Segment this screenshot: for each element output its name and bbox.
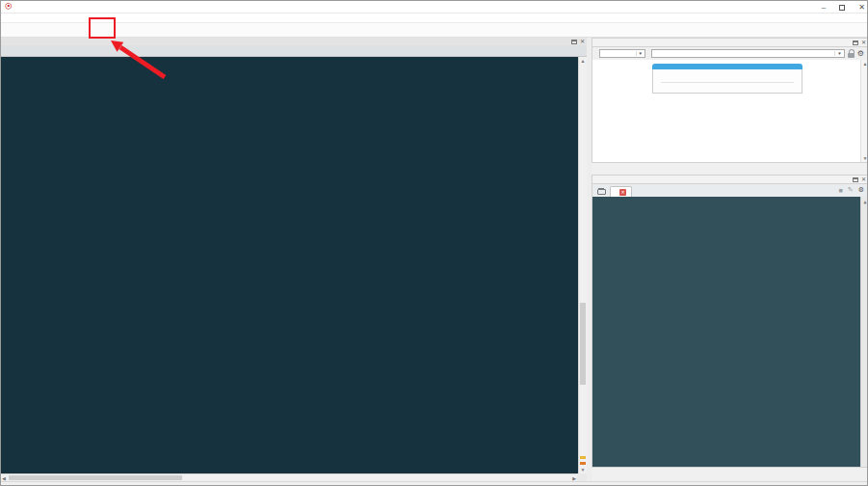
scroll-down-icon[interactable]: ▼ xyxy=(579,467,587,472)
editor-pane: ✕ ▲ ▼ ◀ ▶ xyxy=(1,38,587,481)
divider xyxy=(661,82,794,83)
spyder-logo-icon: ⦿ xyxy=(5,3,13,11)
spyder-window: ⦿ – ✕ ✕ ▲ ▼ ◀ ▶ xyxy=(0,0,868,486)
toolbar xyxy=(1,23,868,38)
minimize-button[interactable]: – xyxy=(822,4,826,12)
editor-path-bar: ✕ xyxy=(1,38,587,45)
close-pane-icon[interactable]: ✕ xyxy=(580,39,585,44)
help-content: ▲ ▼ xyxy=(592,60,868,163)
browse-tabs-icon[interactable] xyxy=(595,187,607,197)
undock-icon[interactable] xyxy=(853,177,858,182)
console-scrollbar[interactable]: ▲ xyxy=(860,197,868,467)
scroll-up-icon[interactable]: ▲ xyxy=(861,198,868,207)
code-editor[interactable] xyxy=(1,57,587,473)
edit-icon[interactable]: ✎ xyxy=(848,186,854,194)
object-input[interactable]: ▼ xyxy=(651,49,845,58)
usage-card xyxy=(652,64,802,94)
explorer-tab-bar xyxy=(592,163,868,175)
console-output[interactable]: ▲ xyxy=(592,197,868,468)
lock-icon[interactable] xyxy=(848,53,855,58)
console-pane-title: ✕ xyxy=(592,175,868,184)
menu-bar xyxy=(1,14,868,23)
close-pane-icon[interactable]: ✕ xyxy=(861,40,866,45)
scrollbar-thumb[interactable] xyxy=(580,303,586,385)
console-bottom-tabs xyxy=(592,468,868,479)
source-select[interactable]: ▼ xyxy=(599,49,645,58)
editor-tab-bar xyxy=(1,45,587,57)
gear-icon[interactable]: ⚙ xyxy=(858,186,864,194)
chevron-down-icon: ▼ xyxy=(834,51,843,56)
close-tab-icon[interactable]: ✕ xyxy=(619,189,626,196)
warning-flag xyxy=(580,462,586,465)
scroll-up-icon[interactable]: ▲ xyxy=(579,58,587,64)
undock-icon[interactable] xyxy=(853,40,858,45)
warning-flag xyxy=(580,456,586,459)
title-bar: ⦿ – ✕ xyxy=(1,1,868,14)
scroll-down-icon[interactable]: ▼ xyxy=(861,155,868,161)
help-controls: ▼ ▼ ⚙ xyxy=(592,47,868,60)
status-bar xyxy=(1,481,868,486)
help-scrollbar[interactable]: ▲ ▼ xyxy=(860,60,868,162)
scroll-up-icon[interactable]: ▲ xyxy=(861,61,868,67)
maximize-button[interactable] xyxy=(839,5,845,11)
scrollbar-thumb[interactable] xyxy=(9,475,182,480)
undock-icon[interactable] xyxy=(571,40,577,44)
close-button[interactable]: ✕ xyxy=(858,4,865,12)
right-panel: ✕ ▼ ▼ ⚙ xyxy=(592,38,868,481)
close-pane-icon[interactable]: ✕ xyxy=(861,176,866,182)
console-tab[interactable]: ✕ xyxy=(610,186,632,197)
stop-icon[interactable]: ■ xyxy=(839,187,843,194)
editor-horizontal-scrollbar[interactable]: ◀ ▶ xyxy=(1,473,577,481)
chevron-down-icon: ▼ xyxy=(636,51,644,56)
editor-vertical-scrollbar[interactable]: ▲ ▼ xyxy=(578,57,587,473)
console-tab-bar: ✕ ■ ✎ ⚙ xyxy=(592,184,868,197)
help-pane-title: ✕ xyxy=(592,38,868,47)
gear-icon[interactable]: ⚙ xyxy=(857,50,864,58)
